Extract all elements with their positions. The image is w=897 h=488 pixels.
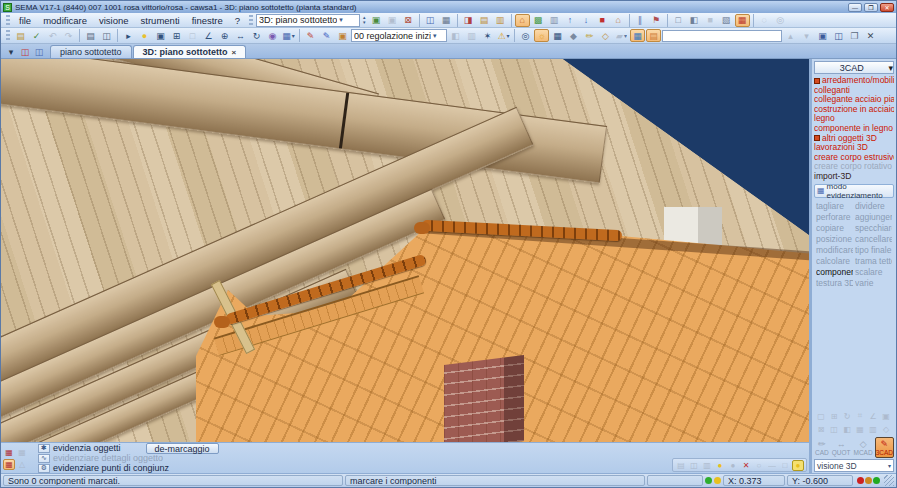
close-button[interactable]: ✕ xyxy=(880,3,894,12)
redo-icon[interactable]: ↷ xyxy=(61,29,76,42)
menu-item[interactable]: finestre xyxy=(186,14,229,27)
box-wire-icon[interactable]: □ xyxy=(671,14,686,27)
brush-icon[interactable]: ▰ xyxy=(614,29,629,42)
house-icon[interactable]: ⌂ xyxy=(611,14,626,27)
texture-toggle-icon[interactable]: ▤ xyxy=(646,29,661,42)
insert-storey-icon[interactable]: ▣ xyxy=(369,14,384,27)
library-item[interactable]: creare corpo rotativo xyxy=(814,162,894,172)
mode-grid-item[interactable]: posizione xyxy=(816,234,853,244)
tab-piano-sottotetto[interactable]: piano sottotetto xyxy=(50,45,132,58)
lamp-on-icon[interactable]: ● xyxy=(714,460,726,471)
de-marcaggio-button[interactable]: de-marcaggio xyxy=(146,443,219,454)
menu-item[interactable]: strumenti xyxy=(135,14,186,27)
wall-icon[interactable]: ◆ xyxy=(566,29,581,42)
layout-icon[interactable]: ▦ xyxy=(439,14,454,27)
tab-list-dropdown-icon[interactable]: ▾ xyxy=(5,46,17,57)
menu-item[interactable]: ? xyxy=(229,14,246,27)
link-icon[interactable]: ◌ xyxy=(757,14,772,27)
sb-tool-grid-icon[interactable]: ▦ xyxy=(854,423,866,435)
copy-plan-icon[interactable]: ◨ xyxy=(461,14,476,27)
highlight-details-icon[interactable]: ∿ xyxy=(38,454,50,463)
spin-down-icon[interactable]: ▾ xyxy=(361,20,368,25)
resize-grip[interactable] xyxy=(884,475,894,486)
flag-icon[interactable]: ⚑ xyxy=(649,14,664,27)
mode-grid-item[interactable]: copiare xyxy=(816,223,853,233)
delete-storey-icon[interactable]: ⊠ xyxy=(401,14,416,27)
node-icon[interactable]: ○ xyxy=(753,460,765,471)
sb-tool-box-icon[interactable]: ▣ xyxy=(880,410,892,422)
save-view-icon[interactable]: ▣ xyxy=(815,29,830,42)
lamp2-on-icon[interactable]: ● xyxy=(792,460,804,471)
sb-tool-rotate-icon[interactable]: ↻ xyxy=(841,410,853,422)
roof-red-icon[interactable]: ■ xyxy=(595,14,610,27)
mode-grid-item[interactable]: tagliare xyxy=(816,201,853,211)
mode-grid-item[interactable]: calcolare xyxy=(816,256,853,266)
background-image-icon[interactable]: ◫ xyxy=(423,14,438,27)
zoom-in-icon[interactable]: ⊕ xyxy=(217,29,232,42)
pencil2-icon[interactable]: ✏ xyxy=(582,29,597,42)
viewport-3d[interactable] xyxy=(1,59,809,442)
mode-grid-item[interactable]: testura 3D xyxy=(816,278,853,288)
lamp-off-icon[interactable]: ● xyxy=(727,460,739,471)
undo-icon[interactable]: ↶ xyxy=(45,29,60,42)
box-half-icon[interactable]: ◧ xyxy=(687,14,702,27)
mark-all-icon[interactable]: ▦ xyxy=(3,447,15,458)
quick-text-input[interactable] xyxy=(662,30,782,42)
sun-icon[interactable]: ☼ xyxy=(534,29,549,42)
world-icon[interactable]: ◎ xyxy=(773,14,788,27)
copy-view-icon[interactable]: ◫ xyxy=(831,29,846,42)
highlight-joints-label[interactable]: evidenziare punti di congiunz xyxy=(53,463,169,473)
texture-view-icon[interactable]: ▦ xyxy=(281,29,296,42)
mode-grid-item[interactable]: aggiungere xyxy=(855,212,892,222)
minimize-button[interactable]: — xyxy=(848,3,862,12)
zoom-window-icon[interactable]: ▣ xyxy=(153,29,168,42)
visione-3d-select[interactable]: visione 3D ▾ xyxy=(814,459,894,472)
view-selector-combo[interactable]: 3D: piano sottotetto ▾ xyxy=(256,14,360,27)
display-opt1-icon[interactable]: ▤ xyxy=(675,460,687,471)
select-icon[interactable]: ▸ xyxy=(121,29,136,42)
plan-window-icon[interactable]: ◫ xyxy=(19,46,31,57)
menu-item[interactable]: modificare xyxy=(37,14,93,27)
spin-up-icon[interactable]: ▴ xyxy=(783,29,798,42)
favorites-icon[interactable]: ✓ xyxy=(29,29,44,42)
library-item[interactable]: altri oggetti 3D xyxy=(814,134,894,144)
site-plan-icon[interactable]: ▩ xyxy=(531,14,546,27)
rotate-view-icon[interactable]: ↻ xyxy=(249,29,264,42)
edge-icon[interactable]: — xyxy=(766,460,778,471)
library-item[interactable]: import-3D xyxy=(814,172,894,182)
import-folder-icon[interactable]: ▤ xyxy=(477,14,492,27)
mark-single-icon[interactable]: ▦ xyxy=(3,459,15,470)
grid-icon[interactable]: ▦ xyxy=(550,29,565,42)
sb-tool-layer-icon[interactable]: ▥ xyxy=(867,423,879,435)
sb-tool-mirror-icon[interactable]: ◧ xyxy=(841,423,853,435)
library-item[interactable]: legno xyxy=(814,114,894,124)
box3d-icon[interactable]: ◇ xyxy=(598,29,613,42)
landscape-toggle-icon[interactable]: ▦ xyxy=(630,29,645,42)
library-item[interactable]: costruzione in acciaio xyxy=(814,105,894,115)
layers-icon[interactable]: ▥ xyxy=(464,29,479,42)
mode-grid-item[interactable]: scalare xyxy=(855,267,892,277)
title-bar[interactable]: S SEMA V17-1 (8440) 007 1001 rosa vittor… xyxy=(1,1,896,13)
sb-tool-snap-icon[interactable]: ◇ xyxy=(880,423,892,435)
mode-grid-item[interactable]: componenti xyxy=(816,267,853,277)
mode-grid-item[interactable]: specchiare xyxy=(855,223,892,233)
export-folder-icon[interactable]: ▥ xyxy=(493,14,508,27)
binoculars-icon[interactable]: ◎ xyxy=(518,29,533,42)
display-opt2-icon[interactable]: ◫ xyxy=(688,460,700,471)
library-item[interactable]: lavorazioni 3D xyxy=(814,143,894,153)
split-view-icon[interactable]: ◫ xyxy=(33,46,45,57)
mark-pencil-icon[interactable]: ✎ xyxy=(303,29,318,42)
new-window-icon[interactable]: ❐ xyxy=(847,29,862,42)
buildings-icon[interactable]: ▥ xyxy=(547,14,562,27)
axis-cross-icon[interactable]: ✕ xyxy=(740,460,752,471)
hammer-icon[interactable]: ✶ xyxy=(480,29,495,42)
sb-tool-node-icon[interactable]: ⌗ xyxy=(854,410,866,422)
regolazione-combo[interactable]: 00 regolazione inizi ▾ xyxy=(351,29,447,42)
mode-quot-button[interactable]: ↔ QUOT xyxy=(831,437,852,458)
mode-grid-item[interactable]: trama tetto xyxy=(855,256,892,266)
tab-3d-piano-sottotetto[interactable]: 3D: piano sottotetto × xyxy=(133,45,247,58)
box-texture-icon[interactable]: ▦ xyxy=(735,14,750,27)
camera-icon[interactable]: ◉ xyxy=(265,29,280,42)
warning-icon[interactable]: ⚠ xyxy=(496,29,511,42)
menu-item[interactable]: visione xyxy=(93,14,135,27)
